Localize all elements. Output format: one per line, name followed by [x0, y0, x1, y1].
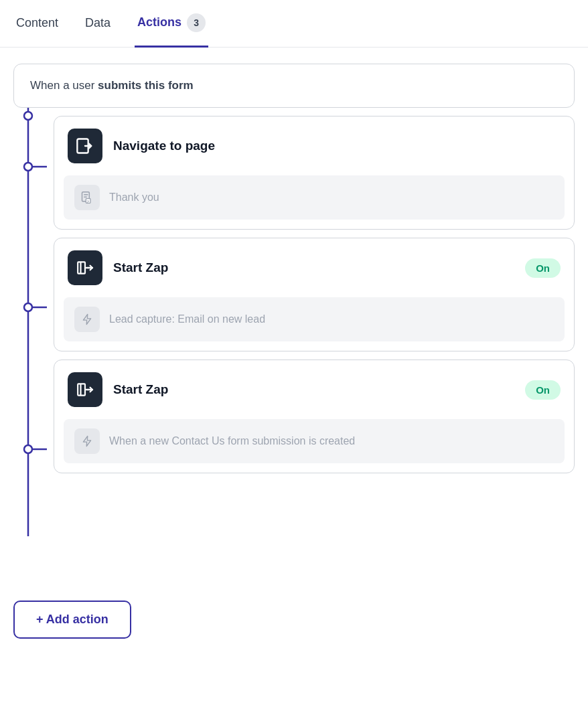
- page-icon: [74, 185, 100, 210]
- action-detail-2: Lead capture: Email on new lead: [64, 297, 565, 341]
- tabs-bar: Content Data Actions3: [0, 0, 588, 48]
- main-content: When a user submits this form: [0, 48, 588, 579]
- zap-icon-2: [68, 372, 102, 407]
- navigate-icon: [68, 129, 102, 163]
- action-header-1: Navigate to page: [54, 116, 574, 175]
- action-card-1[interactable]: Navigate to page Thank you: [54, 116, 575, 230]
- action-detail-text-1: Thank you: [109, 191, 159, 204]
- trigger-box: When a user submits this form: [13, 64, 575, 108]
- action-card-2[interactable]: Start Zap On Lead capture: Email on new …: [54, 238, 575, 351]
- status-badge-3: On: [525, 380, 561, 400]
- actions-list: Navigate to page Thank you: [54, 108, 575, 563]
- action-title-1: Navigate to page: [113, 139, 561, 153]
- status-badge-2: On: [525, 258, 561, 278]
- tab-actions[interactable]: Actions3: [135, 0, 208, 48]
- svg-point-5: [24, 303, 32, 311]
- svg-point-1: [24, 112, 32, 120]
- flow-area: Navigate to page Thank you: [13, 108, 575, 563]
- action-header-2: Start Zap On: [54, 238, 574, 297]
- connector-svg: [13, 108, 54, 563]
- zap-icon-1: [68, 250, 102, 285]
- action-detail-text-3: When a new Contact Us form submission is…: [109, 435, 355, 447]
- svg-point-3: [24, 163, 32, 171]
- svg-point-7: [24, 445, 32, 453]
- action-card-3[interactable]: Start Zap On When a new Contact Us form …: [54, 360, 575, 473]
- action-title-3: Start Zap: [113, 382, 514, 397]
- tab-data[interactable]: Data: [82, 3, 113, 46]
- tab-content[interactable]: Content: [13, 3, 61, 46]
- action-detail-3: When a new Contact Us form submission is…: [64, 419, 565, 463]
- actions-badge: 3: [187, 13, 206, 32]
- action-detail-text-2: Lead capture: Email on new lead: [109, 313, 265, 325]
- bolt-icon-1: [74, 307, 100, 332]
- add-action-button[interactable]: + Add action: [13, 601, 131, 639]
- action-title-2: Start Zap: [113, 260, 514, 275]
- action-detail-1: Thank you: [64, 175, 565, 220]
- bolt-icon-2: [74, 428, 100, 454]
- action-header-3: Start Zap On: [54, 360, 574, 419]
